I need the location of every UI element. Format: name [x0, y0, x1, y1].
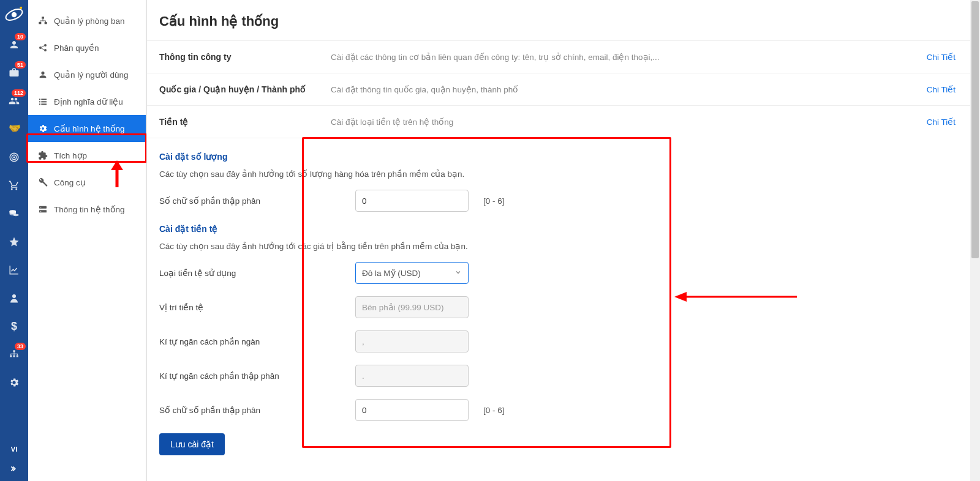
svg-point-5: [13, 157, 15, 158]
scrollbar[interactable]: [970, 0, 980, 481]
rail-target-icon[interactable]: [0, 143, 28, 171]
thousand-sep-input: [355, 330, 469, 352]
wrench-icon: [38, 177, 48, 187]
decimal-sep-input: [355, 365, 469, 387]
rail-star-icon[interactable]: [0, 228, 28, 256]
sidebar-label: Công cụ: [54, 177, 86, 187]
svg-rect-15: [45, 22, 47, 24]
rail-language[interactable]: VI: [0, 442, 28, 457]
rail-group-icon[interactable]: 112: [0, 87, 28, 115]
sidebar-label: Thông tin hệ thống: [54, 204, 125, 214]
gears-icon: [38, 124, 48, 133]
field-range: [0 - 6]: [483, 406, 505, 415]
svg-rect-25: [39, 206, 47, 209]
share-icon: [38, 43, 48, 53]
rail-gear-icon[interactable]: [0, 368, 28, 397]
section-heading-qty: Cài đặt số lượng: [159, 152, 527, 162]
sidebar-item-system-info[interactable]: Thông tin hệ thống: [28, 196, 146, 223]
svg-point-17: [44, 44, 47, 47]
field-range: [0 - 6]: [483, 196, 505, 206]
rail-chart-icon[interactable]: [0, 256, 28, 284]
svg-rect-23: [41, 101, 47, 102]
currency-decimal-input[interactable]: [355, 399, 469, 421]
badge: 51: [15, 61, 26, 69]
puzzle-icon: [38, 151, 48, 160]
badge: 10: [15, 33, 26, 40]
sidebar-item-permissions[interactable]: Phân quyền: [28, 34, 146, 61]
config-row-detail-link[interactable]: Chi Tiết: [927, 117, 968, 127]
sidebar-item-tools[interactable]: Công cụ: [28, 169, 146, 196]
svg-point-1: [12, 13, 16, 17]
sidebar-label: Quản lý phòng ban: [54, 16, 125, 26]
svg-rect-9: [13, 350, 15, 352]
currency-type-select[interactable]: Đô la Mỹ (USD): [355, 262, 469, 284]
rail-cart-icon[interactable]: [0, 171, 28, 199]
field-label: Kí tự ngăn cách phần thập phân: [159, 371, 355, 381]
page-title: Cấu hình hệ thống: [147, 0, 980, 40]
sidebar-item-data-def[interactable]: Định nghĩa dữ liệu: [28, 88, 146, 115]
sidebar-item-departments[interactable]: Quản lý phòng ban: [28, 7, 146, 34]
sidebar-item-system-config[interactable]: Cấu hình hệ thống: [28, 115, 146, 142]
rail-dollar-icon[interactable]: $: [0, 312, 28, 340]
sidebar-label: Định nghĩa dữ liệu: [54, 97, 123, 106]
config-row-location: Quốc gia / Quận huyện / Thành phố Cài đặ…: [147, 73, 980, 105]
qty-decimal-input[interactable]: [355, 190, 469, 212]
badge: 33: [15, 343, 26, 350]
svg-rect-12: [17, 356, 18, 357]
server-icon: [38, 204, 48, 214]
sitemap-icon: [38, 16, 48, 26]
field-label: Số chữ số phần thập phân: [159, 196, 355, 206]
svg-rect-24: [41, 103, 47, 105]
user-icon: [38, 70, 48, 80]
sidebar-item-integration[interactable]: Tích hợp: [28, 142, 146, 169]
config-row-currency: Tiền tệ Cài đặt loại tiền tệ trên hệ thố…: [147, 105, 980, 138]
config-row-desc: Cài đặt các thông tin cơ bản liên quan đ…: [331, 52, 927, 62]
svg-rect-11: [13, 356, 15, 357]
svg-point-16: [39, 47, 42, 49]
config-row-desc: Cài đặt loại tiền tệ trên hệ thống: [331, 117, 927, 127]
chevron-down-icon: [454, 269, 462, 278]
rail-user-icon[interactable]: 10: [0, 31, 28, 59]
app-logo: [4, 5, 24, 24]
svg-rect-19: [39, 99, 40, 100]
svg-point-2: [20, 7, 22, 9]
section-hint: Các tùy chọn sau đây ảnh hưởng tới các g…: [159, 241, 527, 251]
config-row-label: Quốc gia / Quận huyện / Thành phố: [159, 84, 331, 94]
config-row-label: Tiền tệ: [159, 117, 331, 127]
field-label: Kí tự ngăn cách phần ngàn: [159, 337, 355, 346]
rail-briefcase-icon[interactable]: 51: [0, 59, 28, 87]
svg-point-28: [40, 211, 41, 212]
svg-rect-14: [39, 22, 41, 24]
settings-panel: Cài đặt số lượng Các tùy chọn sau đây ản…: [147, 138, 539, 468]
rail-coins-icon[interactable]: [0, 199, 28, 228]
svg-point-7: [13, 214, 19, 216]
config-row-detail-link[interactable]: Chi Tiết: [927, 52, 968, 62]
field-label: Vị trí tiền tệ: [159, 302, 355, 312]
rail-person-icon[interactable]: [0, 284, 28, 312]
scrollbar-thumb[interactable]: [971, 1, 979, 258]
section-heading-currency: Cài đặt tiền tệ: [159, 224, 527, 234]
main-content: Cấu hình hệ thống Thông tin công ty Cài …: [146, 0, 980, 481]
section-hint: Các tùy chọn sau đây ảnh hưởng tới số lư…: [159, 169, 527, 179]
config-row-company: Thông tin công ty Cài đặt các thông tin …: [147, 40, 980, 73]
currency-position-input: [355, 296, 469, 318]
svg-rect-13: [42, 17, 44, 18]
svg-point-27: [40, 207, 41, 207]
rail-handshake-icon[interactable]: 🤝: [0, 115, 28, 143]
field-label: Số chữ số phần thập phân: [159, 405, 355, 415]
sidebar-item-users[interactable]: Quản lý người dùng: [28, 61, 146, 88]
config-list: Thông tin công ty Cài đặt các thông tin …: [147, 40, 980, 138]
sidebar-label: Quản lý người dùng: [54, 70, 129, 80]
config-row-detail-link[interactable]: Chi Tiết: [927, 84, 968, 94]
badge: 112: [12, 89, 26, 97]
svg-rect-21: [39, 103, 40, 105]
rail-org-icon[interactable]: 33: [0, 340, 28, 368]
config-row-label: Thông tin công ty: [159, 52, 331, 62]
icon-rail: 10 51 112 🤝 $ 33 VI: [0, 0, 28, 481]
sidebar-label: Tích hợp: [54, 151, 87, 160]
save-button[interactable]: Lưu cài đặt: [159, 433, 225, 455]
select-value: Đô la Mỹ (USD): [362, 268, 421, 278]
sidebar-label: Phân quyền: [54, 43, 99, 53]
rail-expand-icon[interactable]: [0, 457, 28, 481]
field-label: Loại tiền tệ sử dụng: [159, 268, 355, 278]
